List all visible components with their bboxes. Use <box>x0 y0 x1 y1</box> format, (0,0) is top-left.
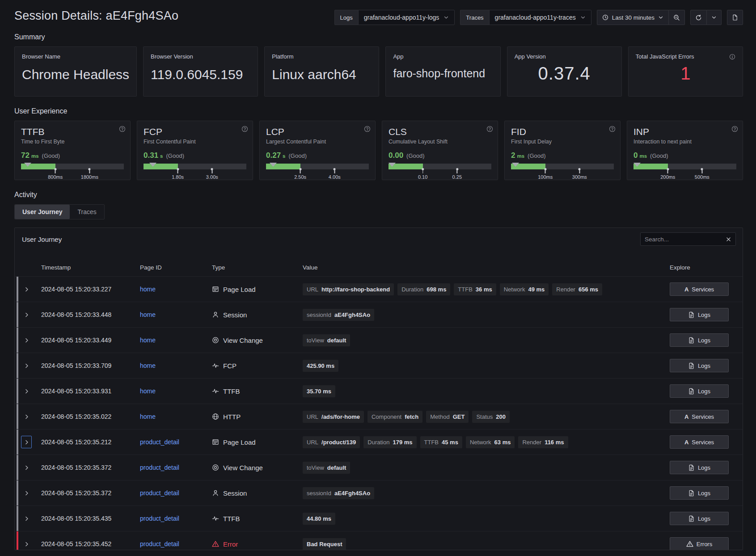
logs-datasource-select[interactable]: grafanacloud-appo11y-logs <box>358 10 455 25</box>
error-icon <box>212 540 219 548</box>
row-expander[interactable] <box>21 512 32 525</box>
row-values: URL/product/139Duration179 msTTFB45 msNe… <box>303 436 670 448</box>
explore-services-button[interactable]: AServices <box>670 410 729 423</box>
explore-logs-button[interactable]: Logs <box>670 461 729 474</box>
traces-datasource-picker: Traces grafanacloud-appo11y-traces <box>460 10 591 25</box>
explore-logs-button[interactable]: Logs <box>670 359 729 372</box>
gauge-tick-label: 0.25 <box>452 174 462 180</box>
journey-row: 2024-08-05 15:20:33.448homeSessionsessio… <box>15 302 743 327</box>
badge-value: GET <box>453 413 465 420</box>
vital-title: INP <box>634 126 736 137</box>
explore-logs-button[interactable]: Logs <box>670 512 729 525</box>
column-value: Value <box>303 264 670 271</box>
row-expander[interactable] <box>21 538 32 550</box>
row-expander[interactable] <box>21 487 32 499</box>
help-icon[interactable] <box>119 126 126 132</box>
chevron-down-icon <box>658 15 663 20</box>
chevron-right-icon <box>24 490 30 496</box>
explore-logs-button[interactable]: Logs <box>670 486 729 500</box>
refresh-interval-dropdown[interactable] <box>707 10 722 25</box>
summary-card-value: 0.37.4 <box>515 63 614 84</box>
vital-rating: (Good) <box>42 152 60 159</box>
badge-value: /product/139 <box>321 439 356 446</box>
row-expander[interactable] <box>21 308 32 321</box>
explore-button-label: Services <box>692 286 714 293</box>
page-id-link[interactable]: product_detail <box>140 515 179 522</box>
explore-button-label: Services <box>692 439 714 446</box>
time-range-picker[interactable]: Last 30 minutes <box>597 10 669 25</box>
explore-errors-button[interactable]: Errors <box>670 537 729 550</box>
value-badge: MethodGET <box>426 411 469 423</box>
help-icon[interactable] <box>609 126 616 132</box>
traces-datasource-select[interactable]: grafanacloud-appo11y-traces <box>489 10 591 25</box>
explore-button-label: Logs <box>698 515 710 522</box>
gauge-tick-label: 1800ms <box>81 174 98 180</box>
gauge-tick-label: 300ms <box>572 174 587 180</box>
value-badge: 35.70 ms <box>303 385 335 397</box>
vital-value: 0 <box>634 151 638 160</box>
row-expander[interactable] <box>21 385 32 397</box>
clock-icon <box>602 14 608 21</box>
close-icon[interactable] <box>726 236 731 242</box>
badge-value: 425.90 ms <box>307 362 334 369</box>
chevron-right-icon <box>24 388 30 394</box>
row-expander[interactable] <box>21 436 32 448</box>
activity-heading: Activity <box>14 191 743 199</box>
value-badge: Network63 ms <box>466 436 515 448</box>
explore-logs-button[interactable]: Logs <box>670 333 729 347</box>
explore-logs-button[interactable]: Logs <box>670 384 729 398</box>
tab-user-journey[interactable]: User Journey <box>15 205 70 219</box>
page-id-link[interactable]: home <box>140 286 156 293</box>
chevron-down-icon <box>443 15 449 20</box>
zoom-out-button[interactable] <box>669 10 685 25</box>
gauge-value-marker <box>634 163 641 167</box>
help-icon[interactable] <box>486 126 493 132</box>
page-id-link[interactable]: home <box>140 311 156 318</box>
page-id-link[interactable]: product_detail <box>140 464 179 471</box>
badge-key: Method <box>430 413 449 420</box>
gauge-value-marker <box>270 163 277 167</box>
help-icon[interactable] <box>241 126 248 132</box>
explore-services-button[interactable]: AServices <box>670 435 729 449</box>
services-icon: A <box>684 286 688 293</box>
row-expander[interactable] <box>21 359 32 372</box>
row-expander[interactable] <box>21 410 32 423</box>
search-input[interactable] <box>645 236 726 243</box>
row-expander[interactable] <box>21 461 32 474</box>
explore-logs-button[interactable]: Logs <box>670 308 729 321</box>
explore-button-label: Services <box>692 413 714 420</box>
page-id-link[interactable]: home <box>140 413 156 420</box>
value-badge: toViewdefault <box>303 462 350 474</box>
help-icon[interactable] <box>731 126 738 132</box>
explore-services-button[interactable]: AServices <box>670 282 729 296</box>
help-icon[interactable] <box>364 126 371 132</box>
summary-card: Browser Version119.0.6045.159 <box>143 46 258 97</box>
row-timestamp: 2024-08-05 15:20:35.452 <box>41 540 140 548</box>
page-id-link[interactable]: home <box>140 362 156 369</box>
vital-subtitle: First Contentful Paint <box>144 139 246 145</box>
explore-button-label: Logs <box>698 490 710 497</box>
row-expander[interactable] <box>21 283 32 295</box>
page-id-link[interactable]: home <box>140 388 156 395</box>
journey-row: 2024-08-05 15:20:33.449homeView Changeto… <box>15 327 743 353</box>
badge-value: 45 ms <box>442 439 458 446</box>
badge-key: toView <box>307 337 324 344</box>
tab-traces[interactable]: Traces <box>70 205 104 219</box>
page-id-link[interactable]: product_detail <box>140 438 179 446</box>
value-badge: Status200 <box>472 411 510 423</box>
page-id-link[interactable]: product_detail <box>140 489 179 497</box>
column-timestamp: Timestamp <box>41 264 140 271</box>
page-id-link[interactable]: product_detail <box>140 540 179 548</box>
info-icon[interactable] <box>729 54 735 60</box>
services-icon: A <box>684 439 688 446</box>
page-id-link[interactable]: home <box>140 337 156 344</box>
gauge-tick-label: 4.00s <box>329 174 341 180</box>
vital-title: TTFB <box>21 126 124 137</box>
refresh-button[interactable] <box>690 10 707 25</box>
row-type-label: TTFB <box>223 515 240 522</box>
column-explore: Explore <box>670 264 736 271</box>
row-expander[interactable] <box>21 334 32 346</box>
explore-button-label: Logs <box>698 388 710 395</box>
report-button[interactable] <box>727 10 743 25</box>
row-type-label: View Change <box>223 337 263 344</box>
